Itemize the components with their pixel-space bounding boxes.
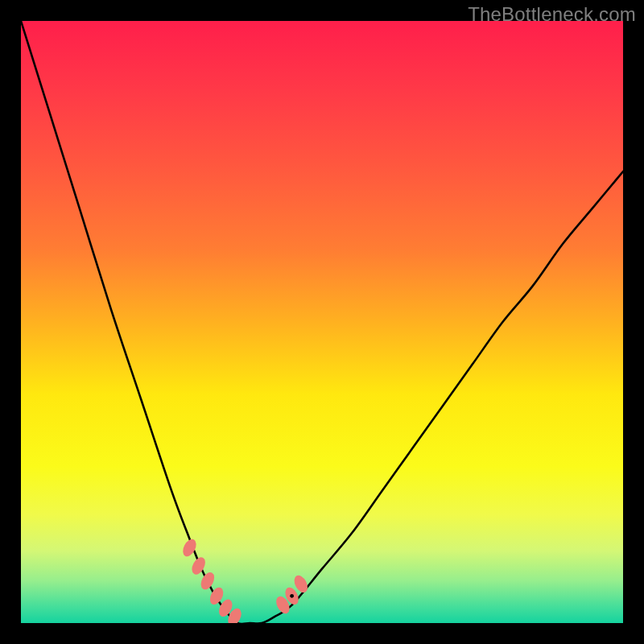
bottleneck-chart — [21, 21, 623, 623]
plot-area — [21, 21, 623, 623]
black-dot-marker — [290, 594, 294, 598]
watermark-text: TheBottleneck.com — [468, 3, 636, 26]
black-dot — [290, 594, 294, 598]
chart-frame: TheBottleneck.com — [0, 0, 644, 644]
gradient-background — [21, 21, 623, 623]
